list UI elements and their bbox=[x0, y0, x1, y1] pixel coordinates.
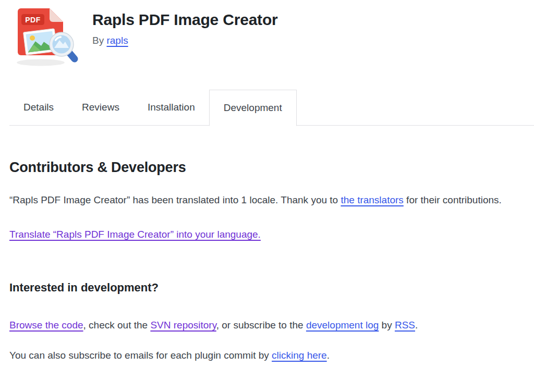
translate-paragraph: Translate “Rapls PDF Image Creator” into… bbox=[9, 225, 507, 244]
tab-reviews[interactable]: Reviews bbox=[68, 90, 134, 125]
translated-paragraph: “Rapls PDF Image Creator” has been trans… bbox=[9, 190, 507, 210]
dev-links-paragraph: Browse the code, check out the SVN repos… bbox=[9, 315, 507, 335]
plugin-header: PDF Rapls PDF bbox=[0, 0, 534, 70]
rss-link[interactable]: RSS bbox=[395, 320, 415, 330]
plugin-icon: PDF bbox=[9, 4, 78, 70]
tab-bar: Details Reviews Installation Development bbox=[9, 90, 534, 126]
header-text: Rapls PDF Image Creator By rapls bbox=[92, 4, 278, 46]
byline-prefix: By bbox=[92, 35, 106, 46]
development-log-link[interactable]: development log bbox=[306, 320, 379, 330]
pdf-image-file-icon: PDF bbox=[9, 4, 78, 68]
translators-link[interactable]: the translators bbox=[341, 194, 403, 205]
dev-text-2: , or subscribe to the bbox=[216, 320, 306, 330]
commit-paragraph: You can also subscribe to emails for eac… bbox=[9, 346, 507, 365]
byline: By rapls bbox=[92, 35, 278, 46]
tab-details[interactable]: Details bbox=[9, 90, 68, 125]
clicking-here-link[interactable]: clicking here bbox=[272, 350, 327, 361]
page-title: Rapls PDF Image Creator bbox=[92, 10, 278, 29]
tab-development[interactable]: Development bbox=[209, 90, 297, 126]
commit-text-1: You can also subscribe to emails for eac… bbox=[9, 350, 272, 361]
tab-installation[interactable]: Installation bbox=[134, 90, 209, 125]
translate-link[interactable]: Translate “Rapls PDF Image Creator” into… bbox=[9, 229, 261, 240]
author-link[interactable]: rapls bbox=[106, 35, 128, 46]
dev-text-1: , check out the bbox=[83, 320, 151, 330]
commit-text-2: . bbox=[327, 350, 330, 361]
translated-text-2: for their contributions. bbox=[404, 194, 502, 205]
dev-text-3: by bbox=[379, 320, 395, 330]
browse-code-link[interactable]: Browse the code bbox=[9, 320, 83, 330]
development-tab-content: Contributors & Developers “Rapls PDF Ima… bbox=[0, 159, 534, 365]
pdf-badge-label: PDF bbox=[25, 16, 41, 24]
contributors-heading: Contributors & Developers bbox=[9, 159, 525, 176]
dev-text-4: . bbox=[415, 320, 418, 330]
development-heading: Interested in development? bbox=[9, 281, 525, 295]
svn-repository-link[interactable]: SVN repository bbox=[150, 320, 216, 330]
translated-text-1: “Rapls PDF Image Creator” has been trans… bbox=[9, 194, 341, 205]
plugin-page: PDF Rapls PDF bbox=[0, 0, 534, 392]
